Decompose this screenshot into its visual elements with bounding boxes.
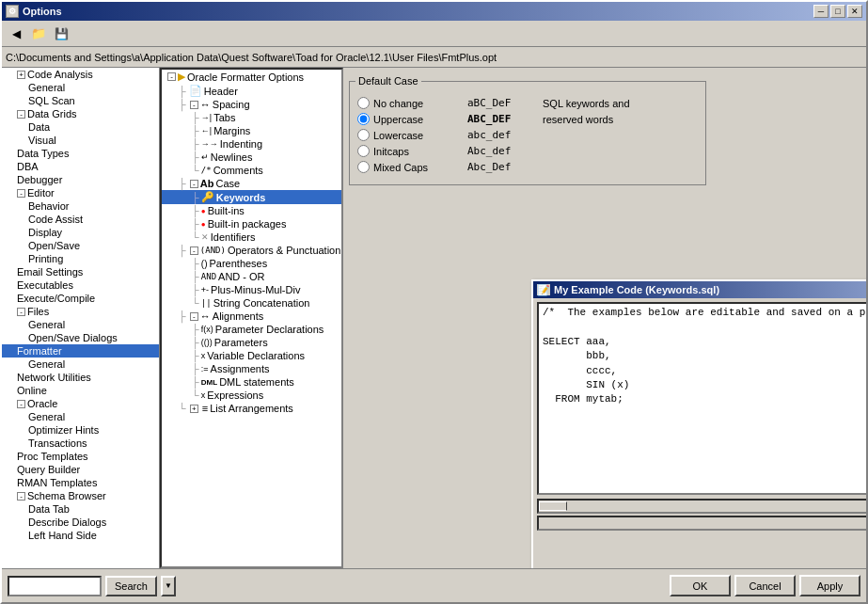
radio-mixed-caps[interactable] (357, 161, 370, 173)
back-button[interactable]: ◀ (6, 24, 26, 44)
sidebar-item-email-settings[interactable]: Email Settings (2, 265, 159, 278)
sidebar-item-rman-templates[interactable]: RMAN Templates (2, 476, 159, 489)
sidebar-item-files[interactable]: - Files (2, 305, 159, 318)
sidebar-item-dba[interactable]: DBA (2, 160, 159, 173)
sidebar-item-optimizer-hints[interactable]: Optimizer Hints (2, 423, 159, 437)
sidebar-item-behavior[interactable]: Behavior (2, 199, 159, 213)
tree-root-expand[interactable]: - (167, 72, 176, 81)
sidebar-item-query-builder[interactable]: Query Builder (2, 463, 159, 476)
radio-uppercase[interactable] (357, 113, 370, 125)
sidebar-item-debugger[interactable]: Debugger (2, 173, 159, 186)
tree-item-string-concat[interactable]: └ || String Concatenation (162, 296, 341, 310)
sidebar-item-printing[interactable]: Printing (2, 252, 159, 265)
tree-panel[interactable]: - ▶ Oracle Formatter Options ├ 📄 Header … (160, 68, 343, 568)
sidebar-item-general-files[interactable]: General (2, 318, 159, 331)
tree-item-alignments[interactable]: ├ - ↔ Alignments (162, 310, 341, 323)
ok-button[interactable]: OK (670, 575, 731, 596)
main-content: + Code Analysis General SQL Scan - Data … (2, 68, 866, 568)
code-hscrollbar[interactable] (537, 499, 866, 514)
radio-lowercase[interactable] (357, 129, 370, 141)
sidebar-scroll-area[interactable]: + Code Analysis General SQL Scan - Data … (2, 68, 159, 568)
sidebar-item-left-hand-side[interactable]: Left Hand Side (2, 529, 159, 542)
sidebar-item-data-grids[interactable]: - Data Grids (2, 107, 159, 120)
code-editor[interactable]: /* The examples below are editable and s… (537, 302, 866, 495)
radio-label-no-change[interactable]: No change (373, 98, 467, 109)
sidebar-item-data-types[interactable]: Data Types (2, 147, 159, 160)
sidebar-item-network-utilities[interactable]: Network Utilities (2, 371, 159, 384)
tree-item-list-arrangements[interactable]: └ + ≡ List Arrangements (162, 402, 341, 415)
search-input[interactable] (8, 576, 102, 596)
sidebar-item-data[interactable]: Data (2, 120, 159, 134)
sidebar-item-data-tab[interactable]: Data Tab (2, 502, 159, 516)
tree-spacing-expand[interactable]: - (190, 101, 198, 109)
sidebar-item-schema-browser[interactable]: - Schema Browser (2, 489, 159, 502)
tree-item-header[interactable]: ├ 📄 Header (162, 84, 341, 98)
radio-no-change[interactable] (357, 97, 370, 109)
search-dropdown-button[interactable]: ▼ (161, 576, 176, 596)
tree-item-margins[interactable]: ├ ←| Margins (162, 124, 341, 137)
sidebar-item-formatter[interactable]: Formatter (2, 344, 159, 358)
sidebar-item-open-save-editor[interactable]: Open/Save (2, 239, 159, 252)
tree-item-plus-minus[interactable]: ├ +- Plus-Minus-Mul-Div (162, 283, 341, 296)
tree-op-expand[interactable]: - (190, 246, 198, 255)
tree-item-dml[interactable]: ├ DML DML statements (162, 375, 341, 389)
tree-item-expressions[interactable]: └ x Expressions (162, 389, 341, 402)
sidebar-label: Behavior (28, 200, 69, 212)
close-button[interactable]: ✕ (847, 5, 862, 18)
tree-item-parameters[interactable]: ├ (()) Parameters (162, 336, 341, 349)
tree-item-operators[interactable]: ├ - (AND) Operators & Punctuation (162, 244, 341, 257)
tree-item-newlines[interactable]: ├ ↵ Newlines (162, 151, 341, 164)
tree-item-assignments[interactable]: ├ := Assignments (162, 362, 341, 375)
sidebar-item-code-assist[interactable]: Code Assist (2, 213, 159, 226)
tree-item-tabs[interactable]: ├ →| Tabs (162, 111, 341, 124)
radio-label-uppercase[interactable]: Uppercase (373, 114, 467, 125)
folder-button[interactable]: 📁 (28, 24, 49, 44)
sidebar-item-general-ca[interactable]: General (2, 81, 159, 94)
sidebar-item-online[interactable]: Online (2, 384, 159, 397)
sidebar-item-transactions[interactable]: Transactions (2, 437, 159, 450)
search-button[interactable]: Search (105, 576, 157, 596)
radio-label-mixed-caps[interactable]: Mixed Caps (373, 162, 467, 173)
sidebar-item-open-save-dialogs[interactable]: Open/Save Dialogs (2, 331, 159, 344)
radio-initcaps[interactable] (357, 145, 370, 157)
tree-item-keywords[interactable]: ├ 🔑 Keywords (162, 190, 341, 204)
tree-root[interactable]: - ▶ Oracle Formatter Options (162, 70, 341, 84)
tree-item-and-or[interactable]: ├ AND AND - OR (162, 270, 341, 283)
radio-label-initcaps[interactable]: Initcaps (373, 146, 467, 157)
minimize-button[interactable]: ─ (813, 5, 829, 18)
tree-item-indenting[interactable]: ├ →→ Indenting (162, 137, 341, 151)
sidebar-item-proc-templates[interactable]: Proc Templates (2, 450, 159, 463)
sidebar-item-describe-dialogs[interactable]: Describe Dialogs (2, 516, 159, 529)
sidebar-item-execute-compile[interactable]: Execute/Compile (2, 292, 159, 305)
tree-sc-icon: || (201, 298, 212, 308)
tree-item-case[interactable]: ├ - Ab Case (162, 177, 341, 190)
tree-item-parentheses[interactable]: ├ () Parentheses (162, 257, 341, 270)
tree-la-expand[interactable]: + (190, 405, 198, 413)
sidebar-item-general-oracle[interactable]: General (2, 410, 159, 423)
tree-al-expand[interactable]: - (190, 312, 198, 321)
hscroll-thumb[interactable] (539, 501, 567, 511)
tree-item-builtin-packages[interactable]: ├ ● Built-in packages (162, 217, 341, 230)
code-content[interactable]: /* The examples below are editable and s… (539, 304, 866, 493)
sidebar-item-editor[interactable]: - Editor (2, 186, 159, 199)
tree-item-spacing[interactable]: ├ - ↔ Spacing (162, 98, 341, 111)
tree-case-expand[interactable]: - (190, 180, 198, 188)
save-button[interactable]: 💾 (51, 24, 71, 44)
sidebar-item-oracle[interactable]: - Oracle (2, 397, 159, 410)
tree-item-comments[interactable]: └ /* Comments (162, 164, 341, 177)
tree-item-var-decl[interactable]: ├ x Variable Declarations (162, 349, 341, 362)
sidebar-item-display[interactable]: Display (2, 226, 159, 239)
sidebar-item-sql-scan[interactable]: SQL Scan (2, 94, 159, 107)
tree-item-param-decl[interactable]: ├ f(x) Parameter Declarations (162, 323, 341, 336)
tree-item-identifiers[interactable]: └ ✕ Identifiers (162, 230, 341, 244)
tree-item-builtins[interactable]: ├ ● Built-ins (162, 204, 341, 217)
code-vscrollbar2[interactable] (537, 516, 866, 531)
radio-label-lowercase[interactable]: Lowercase (373, 130, 467, 141)
sidebar-item-code-analysis[interactable]: + Code Analysis (2, 68, 159, 81)
cancel-button[interactable]: Cancel (734, 575, 796, 596)
sidebar-item-visual[interactable]: Visual (2, 134, 159, 147)
apply-button[interactable]: Apply (799, 575, 860, 596)
sidebar-item-executables[interactable]: Executables (2, 278, 159, 292)
maximize-button[interactable]: □ (830, 5, 845, 18)
sidebar-item-general-fmt[interactable]: General (2, 358, 159, 371)
